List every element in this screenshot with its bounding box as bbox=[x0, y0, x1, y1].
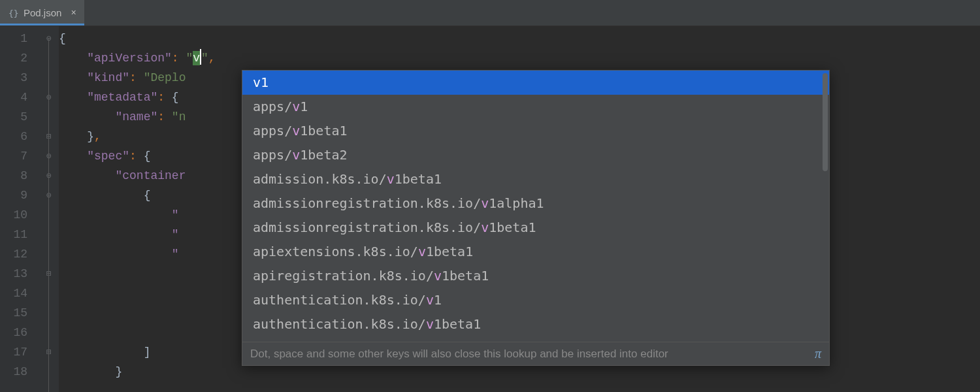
completion-item[interactable]: v1 bbox=[242, 71, 829, 95]
tab-pod-json[interactable]: {} Pod.json × bbox=[0, 0, 84, 25]
fold-toggle-icon[interactable]: ⊖ bbox=[39, 146, 59, 166]
svg-text:{}: {} bbox=[8, 8, 18, 18]
completion-item[interactable]: apps/v1beta1 bbox=[242, 119, 829, 143]
line-number: 4 bbox=[0, 88, 39, 107]
completion-item[interactable]: admission.k8s.io/v1beta1 bbox=[242, 167, 829, 191]
line-number-gutter: 123456789101112131415161718 bbox=[0, 26, 39, 392]
completion-item[interactable]: admissionregistration.k8s.io/v1alpha1 bbox=[242, 191, 829, 216]
fold-toggle-icon[interactable]: ⊖ bbox=[39, 186, 59, 205]
completion-item[interactable]: authentication.k8s.io/v1 bbox=[242, 288, 829, 312]
completion-item[interactable]: admissionregistration.k8s.io/v1beta1 bbox=[242, 216, 829, 240]
completion-item[interactable]: authorization.k8s.io/v1 bbox=[242, 336, 829, 342]
close-icon[interactable]: × bbox=[71, 8, 76, 18]
line-number: 8 bbox=[0, 166, 39, 186]
tab-bar: {} Pod.json × bbox=[0, 0, 980, 26]
line-number: 15 bbox=[0, 303, 39, 323]
fold-toggle-icon[interactable]: ⊖ bbox=[39, 166, 59, 186]
pi-icon[interactable]: π bbox=[815, 346, 821, 361]
fold-end-icon[interactable]: ⊟ bbox=[39, 127, 59, 146]
completion-list[interactable]: v1apps/v1apps/v1beta1apps/v1beta2admissi… bbox=[242, 71, 829, 342]
hint-text: Dot, space and some other keys will also… bbox=[250, 348, 668, 361]
code-token: { bbox=[59, 32, 66, 45]
line-number: 11 bbox=[0, 225, 39, 244]
completion-item[interactable]: apps/v1 bbox=[242, 95, 829, 119]
tab-label: Pod.json bbox=[24, 7, 61, 18]
line-number: 16 bbox=[0, 323, 39, 342]
line-number: 17 bbox=[0, 342, 39, 362]
completion-hint: Dot, space and some other keys will also… bbox=[242, 342, 829, 365]
line-number: 18 bbox=[0, 362, 39, 382]
line-number: 14 bbox=[0, 284, 39, 303]
fold-end-icon[interactable]: ⊟ bbox=[39, 342, 59, 362]
fold-gutter: ⊖ ⊖ ⊟ ⊖ ⊖ ⊖ ⊟ ⊟ bbox=[39, 26, 59, 392]
line-number: 6 bbox=[0, 127, 39, 146]
code-token: "apiVersion" bbox=[87, 52, 172, 65]
line-number: 13 bbox=[0, 264, 39, 284]
line-number: 1 bbox=[0, 29, 39, 48]
line-number: 2 bbox=[0, 48, 39, 68]
completion-query: v bbox=[193, 51, 200, 65]
line-number: 7 bbox=[0, 146, 39, 166]
completion-item[interactable]: authentication.k8s.io/v1beta1 bbox=[242, 312, 829, 336]
line-number: 3 bbox=[0, 68, 39, 88]
completion-item[interactable]: apiregistration.k8s.io/v1beta1 bbox=[242, 264, 829, 288]
fold-toggle-icon[interactable]: ⊖ bbox=[39, 29, 59, 48]
line-number: 10 bbox=[0, 205, 39, 225]
scrollbar[interactable] bbox=[823, 73, 828, 171]
line-number: 9 bbox=[0, 186, 39, 205]
json-file-icon: {} bbox=[8, 8, 18, 18]
line-number: 5 bbox=[0, 107, 39, 127]
line-number: 12 bbox=[0, 244, 39, 264]
completion-item[interactable]: apps/v1beta2 bbox=[242, 143, 829, 167]
fold-end-icon[interactable]: ⊟ bbox=[39, 264, 59, 284]
completion-popup: v1apps/v1apps/v1beta1apps/v1beta2admissi… bbox=[242, 70, 830, 366]
fold-toggle-icon[interactable]: ⊖ bbox=[39, 88, 59, 107]
completion-item[interactable]: apiextensions.k8s.io/v1beta1 bbox=[242, 240, 829, 264]
